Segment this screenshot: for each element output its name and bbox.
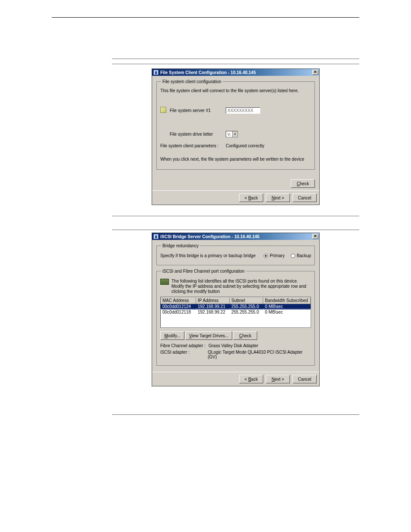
group-legend: iSCSI and Fibre Channel port configurati… xyxy=(161,269,246,274)
dialog-title: File System Client Configuration - 10.16… xyxy=(160,70,312,75)
fss-input[interactable] xyxy=(226,107,260,114)
check-button[interactable]: Check xyxy=(291,179,315,188)
iscsi-value: QLogic Target Mode QLA4010 PCI iSCSI Ada… xyxy=(208,350,311,359)
intro-text: This file system client will connect to … xyxy=(160,88,311,93)
dialog-footer: < Back Next > Cancel xyxy=(152,372,319,386)
iscsi-desc-row: The following list identifies all the iS… xyxy=(160,279,311,294)
back-button[interactable]: < Back xyxy=(239,193,263,202)
backup-radio[interactable]: Backup xyxy=(291,253,311,258)
td-subnet: 255.255.255.0 xyxy=(230,310,263,314)
section-block-1: ▮ File System Client Configuration - 10.… xyxy=(112,56,359,415)
fc-value: Grass Valley Disk Adapter xyxy=(209,343,258,348)
separator-line xyxy=(112,227,359,230)
td-mac: 00c0dd012124 xyxy=(161,304,196,309)
drive-letter-row: File system drive letter V: ▼ xyxy=(160,131,311,137)
document-page: ▮ File System Client Configuration - 10.… xyxy=(0,0,411,504)
file-system-server-row: File system server #1 xyxy=(160,107,311,114)
dialog-icon: ▮ xyxy=(153,70,159,75)
iscsi-desc: The following list identifies all the iS… xyxy=(171,279,311,294)
server-icon xyxy=(160,107,170,114)
fc-adapter-row: Fibre Channel adapter : Grass Valley Dis… xyxy=(160,343,311,348)
iscsi-ports-table[interactable]: MAC Address IP Address Subnet Bandwidth … xyxy=(160,297,311,328)
close-button[interactable]: ✕ xyxy=(312,70,318,75)
client-params-row: File system client parameters : Configur… xyxy=(160,143,311,148)
group-file-system-client: File system client configuration This fi… xyxy=(156,79,315,170)
th-bandwidth: Bandwidth Subscribed xyxy=(263,298,311,304)
radio-icon xyxy=(264,254,268,258)
group-iscsi-fc: iSCSI and Fibre Channel port configurati… xyxy=(156,269,315,366)
th-mac: MAC Address xyxy=(161,298,196,304)
drive-letter-dropdown[interactable]: V: ▼ xyxy=(226,131,238,137)
params-label: File system client parameters : xyxy=(160,143,226,148)
view-target-drives-button[interactable]: View Target Drives... xyxy=(185,331,232,340)
group-bridge-redundancy: Bridge redundancy Specify if this bridge… xyxy=(156,243,315,265)
table-row[interactable]: 00c0dd012124 192.168.99.21 255.255.255.0… xyxy=(161,304,311,310)
note-text: When you click next, the file system par… xyxy=(160,157,311,162)
separator-line xyxy=(112,214,359,216)
drive-label: File system drive letter xyxy=(170,132,226,137)
file-system-client-dialog: ▮ File System Client Configuration - 10.… xyxy=(152,68,320,205)
back-button[interactable]: < Back xyxy=(239,375,263,383)
dialog-title: iSCSI Bridge Server Configuration - 10.1… xyxy=(160,234,312,239)
td-bw: 0 MB\sec xyxy=(263,310,311,314)
td-bw: 0 MB\sec xyxy=(263,304,311,309)
iscsi-label: iSCSI adapter : xyxy=(160,350,208,359)
group-legend: Bridge redundancy xyxy=(161,243,200,248)
redundancy-row: Specify if this bridge is a primary or b… xyxy=(160,253,311,258)
fc-label: Fibre Channel adapter : xyxy=(160,343,209,348)
cancel-button[interactable]: Cancel xyxy=(293,193,317,202)
redundancy-desc: Specify if this bridge is a primary or b… xyxy=(160,253,258,258)
titlebar: ▮ File System Client Configuration - 10.… xyxy=(152,69,319,76)
dialog-body: Bridge redundancy Specify if this bridge… xyxy=(152,240,319,372)
table-row[interactable]: 00c0dd012118 192.168.99.22 255.255.255.0… xyxy=(161,310,311,314)
nic-icon xyxy=(160,279,169,286)
backup-label: Backup xyxy=(297,253,311,258)
cancel-button[interactable]: Cancel xyxy=(293,375,317,383)
td-ip: 192.168.99.21 xyxy=(196,304,230,309)
check-lbl-rest: heck xyxy=(300,181,309,186)
th-subnet: Subnet xyxy=(230,298,263,304)
params-value: Configured correctly xyxy=(226,143,264,148)
next-button[interactable]: Next > xyxy=(266,375,290,383)
dialog-body: File system client configuration This fi… xyxy=(152,76,319,176)
drive-value: V: xyxy=(227,132,231,137)
td-subnet: 255.255.255.0 xyxy=(230,304,263,309)
header-rule xyxy=(52,17,359,18)
table-button-row: Modify... View Target Drives... Check xyxy=(160,331,311,340)
check-button[interactable]: Check xyxy=(233,331,257,340)
primary-radio[interactable]: Primary xyxy=(264,253,284,258)
radio-icon xyxy=(291,254,295,258)
fss-label: File system server #1 xyxy=(170,108,226,113)
modify-button[interactable]: Modify... xyxy=(160,331,184,340)
close-button[interactable]: ✕ xyxy=(312,234,318,239)
titlebar: ▮ iSCSI Bridge Server Configuration - 10… xyxy=(152,233,319,240)
group-legend: File system client configuration xyxy=(161,79,223,84)
separator-line xyxy=(112,62,359,64)
dialog-icon: ▮ xyxy=(153,234,159,239)
td-ip: 192.168.99.22 xyxy=(196,310,230,314)
td-mac: 00c0dd012118 xyxy=(161,310,196,314)
separator-line xyxy=(112,56,359,59)
check-area: Check xyxy=(152,176,319,190)
table-header: MAC Address IP Address Subnet Bandwidth … xyxy=(161,297,311,304)
iscsi-adapter-row: iSCSI adapter : QLogic Target Mode QLA40… xyxy=(160,350,311,359)
separator-line xyxy=(112,412,359,415)
next-button[interactable]: Next > xyxy=(266,193,290,202)
primary-label: Primary xyxy=(270,253,284,258)
chevron-down-icon: ▼ xyxy=(232,131,237,137)
iscsi-bridge-dialog: ▮ iSCSI Bridge Server Configuration - 10… xyxy=(152,233,320,386)
th-ip: IP Address xyxy=(196,298,230,304)
dialog-footer: < Back Next > Cancel xyxy=(152,190,319,205)
